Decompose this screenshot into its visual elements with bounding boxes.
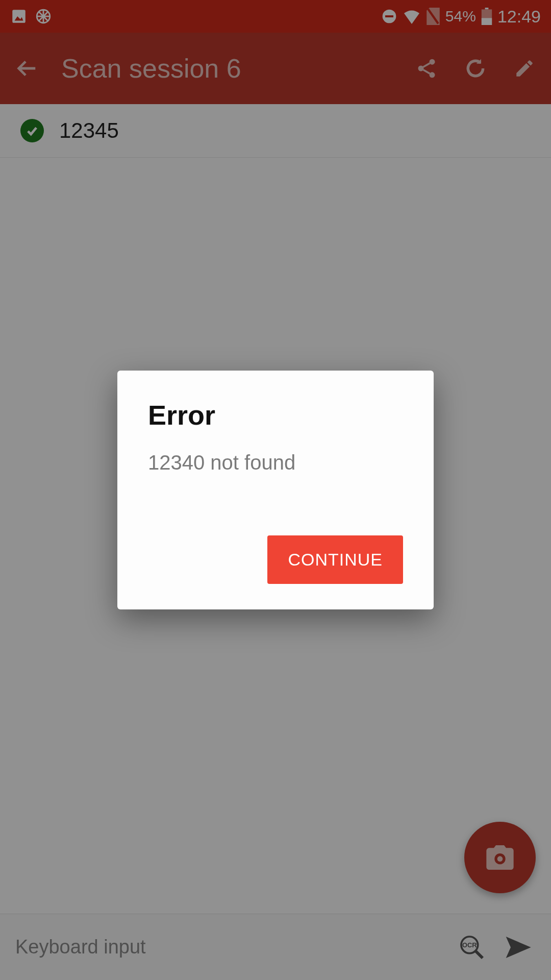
- dialog-title: Error: [148, 399, 403, 431]
- continue-button[interactable]: CONTINUE: [267, 535, 403, 584]
- error-dialog: Error 12340 not found CONTINUE: [117, 371, 434, 609]
- modal-scrim[interactable]: Error 12340 not found CONTINUE: [0, 0, 551, 980]
- dialog-actions: CONTINUE: [148, 535, 403, 584]
- dialog-message: 12340 not found: [148, 451, 403, 474]
